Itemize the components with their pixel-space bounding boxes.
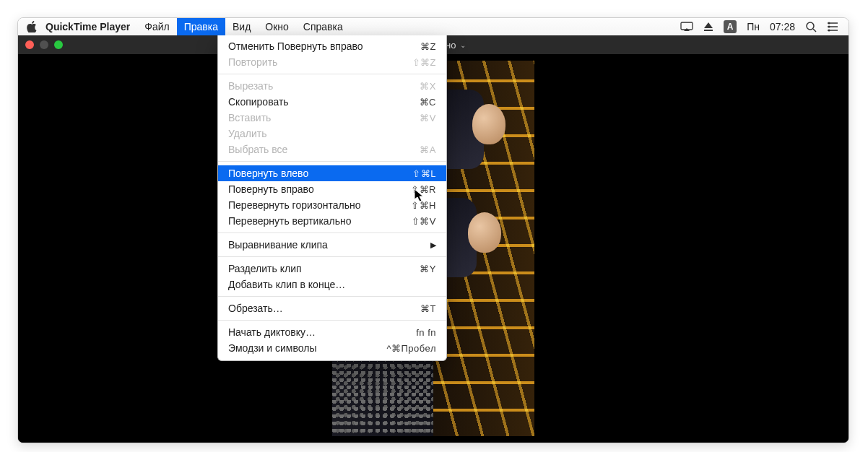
menu-item-label: Удалить [228, 128, 393, 139]
menu-item: Удалить [218, 126, 446, 142]
menu-separator [218, 256, 446, 257]
menu-item-label: Эмодзи и символы [228, 342, 386, 354]
menu-item[interactable]: Перевернуть вертикально⇧⌘V [218, 213, 446, 229]
menu-separator [218, 320, 446, 321]
svg-point-9 [828, 30, 830, 32]
menu-item-shortcut: ⌘V [393, 113, 436, 123]
menu-item-shortcut: ⌘T [393, 303, 436, 314]
menu-item-label: Выбрать все [228, 144, 393, 155]
menu-item-label: Разделить клип [228, 263, 393, 274]
svg-point-2 [807, 22, 814, 30]
menu-item: Выбрать все⌘A [218, 142, 446, 157]
macos-menubar: QuickTime Player ФайлПравкаВидОкноСправк… [18, 18, 849, 35]
menu-item[interactable]: Разделить клип⌘Y [218, 261, 446, 277]
spotlight-icon[interactable] [805, 21, 817, 32]
menu-separator [218, 74, 446, 74]
menu-item-label: Обрезать… [228, 303, 393, 314]
menu-item-label: Выравнивание клипа [228, 239, 423, 251]
menu-separator [218, 161, 446, 162]
menu-item-label: Повторить [228, 56, 393, 68]
submenu-arrow-icon: ▶ [423, 240, 436, 250]
menu-вид[interactable]: Вид [225, 18, 258, 35]
menu-item[interactable]: Скопировать⌘C [218, 94, 446, 110]
menu-файл[interactable]: Файл [137, 18, 176, 35]
menubar-day[interactable]: Пн [747, 21, 760, 32]
zoom-window-button[interactable] [54, 40, 63, 49]
menu-item[interactable]: Повернуть вправо⇧⌘R [218, 181, 446, 197]
menu-item-label: Добавить клип в конце… [228, 279, 393, 290]
menu-item[interactable]: Отменить Повернуть вправо⌘Z [218, 38, 446, 54]
menu-item-shortcut: ^⌘Пробел [386, 343, 436, 354]
menu-item[interactable]: Обрезать…⌘T [218, 300, 446, 316]
menu-item-label: Отменить Повернуть вправо [228, 40, 393, 52]
menu-item: Вырезать⌘X [218, 78, 446, 94]
eject-icon[interactable] [703, 22, 713, 32]
menu-item-label: Вставить [228, 112, 393, 123]
menu-item-label: Перевернуть вертикально [228, 215, 393, 227]
notification-center-icon[interactable] [827, 22, 838, 32]
menu-item-shortcut: ⌘X [393, 81, 436, 92]
svg-point-8 [828, 26, 830, 28]
menu-item-label: Начать диктовку… [228, 326, 393, 338]
menu-item-label: Повернуть влево [228, 168, 393, 179]
menu-item[interactable]: Начать диктовку…fn fn [218, 324, 446, 340]
menu-item-label: Повернуть вправо [228, 183, 393, 195]
apple-menu-icon[interactable] [25, 21, 38, 32]
menu-item-shortcut: ⇧⌘V [393, 216, 436, 227]
svg-rect-1 [704, 30, 713, 31]
menu-окно[interactable]: Окно [258, 18, 296, 35]
app-name[interactable]: QuickTime Player [38, 21, 137, 32]
close-window-button[interactable] [25, 40, 34, 49]
menu-item-label: Вырезать [228, 80, 393, 92]
minimize-window-button[interactable] [40, 40, 48, 49]
menu-item[interactable]: Повернуть влево⇧⌘L [218, 165, 446, 181]
menu-справка[interactable]: Справка [296, 18, 350, 35]
menu-item[interactable]: Выравнивание клипа▶ [218, 237, 446, 253]
input-source-indicator[interactable]: А [724, 20, 737, 33]
menu-item-shortcut: ⌘C [393, 97, 436, 108]
menu-item: Повторить⇧⌘Z [218, 54, 446, 70]
menu-separator [218, 296, 446, 297]
mouse-cursor-icon [414, 188, 425, 206]
svg-line-3 [813, 29, 816, 32]
menu-separator [218, 232, 446, 233]
chevron-down-icon[interactable]: ⌄ [460, 41, 466, 49]
menu-item: Вставить⌘V [218, 110, 446, 126]
menu-item-shortcut: ⇧⌘Z [393, 57, 436, 68]
airplay-icon[interactable] [680, 22, 693, 32]
menu-item[interactable]: Эмодзи и символы^⌘Пробел [218, 340, 446, 356]
menu-item-shortcut: ⌘Y [393, 264, 436, 274]
menu-item[interactable]: Перевернуть горизонтально⇧⌘H [218, 197, 446, 213]
menu-item-shortcut: ⌘A [393, 144, 436, 155]
menu-item-label: Перевернуть горизонтально [228, 199, 393, 211]
menu-item[interactable]: Добавить клип в конце… [218, 277, 446, 292]
svg-point-7 [828, 22, 830, 25]
menu-item-shortcut: ⇧⌘L [393, 168, 436, 179]
screenshot-frame: QuickTime Player ФайлПравкаВидОкноСправк… [17, 17, 849, 443]
menu-item-shortcut: ⌘Z [393, 41, 436, 52]
menubar-time[interactable]: 07:28 [770, 21, 795, 32]
menu-правка[interactable]: Правка [177, 18, 225, 35]
menu-item-shortcut: fn fn [393, 327, 436, 338]
edit-menu-dropdown: Отменить Повернуть вправо⌘ZПовторить⇧⌘ZВ… [217, 35, 447, 361]
menu-item-label: Скопировать [228, 96, 393, 108]
